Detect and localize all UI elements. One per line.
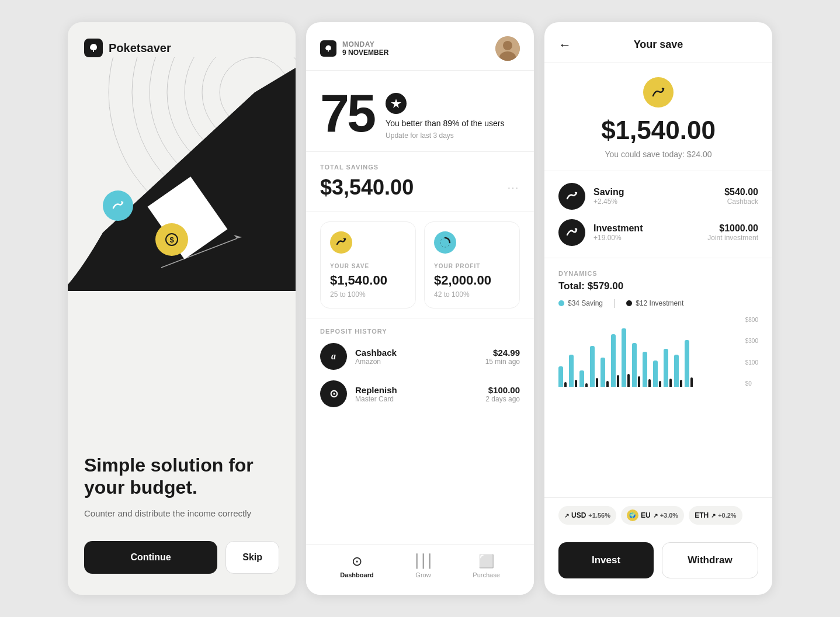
deposit-replenish-info: Replenish Master Card bbox=[355, 385, 477, 403]
chart-bar-group bbox=[674, 355, 682, 387]
bar-cyan bbox=[632, 343, 637, 387]
deposit-item-cashback: a Cashback Amazon $24.99 15 min ago bbox=[320, 343, 520, 370]
more-options-icon[interactable]: ⋯ bbox=[507, 181, 520, 195]
yellow-coin-badge: $ bbox=[155, 223, 188, 256]
saving-name: Saving bbox=[593, 187, 716, 197]
saving-legend-dot bbox=[558, 300, 564, 306]
bar-dark bbox=[585, 383, 588, 387]
onboarding-panel: Poketsaver bbox=[68, 22, 296, 595]
score-info: You better than 89% of the users Update … bbox=[386, 87, 504, 140]
dashboard-label: Dashboard bbox=[340, 571, 373, 578]
skip-button[interactable]: Skip bbox=[225, 541, 279, 574]
chart-bar-group bbox=[685, 340, 693, 387]
save-detail-panel: ← Your save $1,540.00 You could save tod… bbox=[544, 22, 772, 595]
panel1-header: Poketsaver bbox=[68, 22, 296, 57]
dynamics-section: DYNAMICS Total: $579.00 $34 Saving | $12… bbox=[544, 258, 772, 497]
nav-dashboard[interactable]: ⊙ Dashboard bbox=[340, 554, 373, 578]
bar-dark bbox=[648, 379, 651, 387]
bar-dark bbox=[659, 381, 661, 387]
nav-purchase[interactable]: ⬜ Purchase bbox=[473, 554, 499, 578]
chart-y-labels: $800 $300 $100 $0 bbox=[745, 317, 758, 387]
total-savings-section: TOTAL SAVINGS $3,540.00 ⋯ bbox=[306, 152, 534, 212]
purchase-icon: ⬜ bbox=[478, 554, 494, 569]
chart-bar-group bbox=[558, 366, 567, 387]
bar-cyan bbox=[664, 349, 668, 387]
balance-icon bbox=[643, 77, 674, 108]
usd-badge[interactable]: ↗ USD +1.56% bbox=[558, 506, 616, 525]
usd-arrow-icon: ↗ bbox=[564, 512, 569, 519]
invest-button[interactable]: Invest bbox=[558, 542, 654, 578]
save-card-label: YOUR SAVE bbox=[330, 263, 406, 269]
investment-sub: Joint investment bbox=[707, 234, 758, 242]
save-card-amount: $1,540.00 bbox=[330, 273, 406, 288]
saving-info: Saving +2.45% bbox=[593, 187, 716, 206]
save-card-sub: 25 to 100% bbox=[330, 290, 406, 299]
eth-label: ETH bbox=[695, 511, 709, 519]
bar-cyan bbox=[569, 355, 574, 387]
replenish-source: Master Card bbox=[355, 395, 477, 403]
chart-bar-group bbox=[601, 358, 609, 387]
cashback-source: Amazon bbox=[355, 358, 477, 366]
subtext: Counter and distribute the income correc… bbox=[84, 507, 279, 521]
bar-chart: $800 $300 $100 $0 bbox=[558, 317, 758, 387]
bar-cyan bbox=[579, 370, 584, 387]
usd-pct: +1.56% bbox=[588, 512, 610, 519]
replenish-amount: $100.00 2 days ago bbox=[485, 385, 520, 403]
savings-amount: $3,540.00 bbox=[320, 175, 414, 200]
eu-arrow-icon: ↗ bbox=[653, 512, 658, 519]
day-label: MONDAY bbox=[342, 40, 388, 48]
mastercard-icon: ⊙ bbox=[320, 380, 347, 407]
eth-badge[interactable]: ETH ↗ +0.2% bbox=[689, 506, 742, 525]
dynamics-label: DYNAMICS bbox=[558, 270, 758, 277]
profit-card-sub: 42 to 100% bbox=[434, 290, 510, 299]
withdraw-button[interactable]: Withdraw bbox=[662, 542, 758, 578]
amazon-icon: a bbox=[320, 343, 347, 370]
legend-separator: | bbox=[613, 298, 616, 308]
investment-pct: +19.00% bbox=[593, 234, 699, 242]
replenish-name: Replenish bbox=[355, 385, 477, 395]
bar-dark bbox=[575, 380, 577, 387]
deposit-cashback-info: Cashback Amazon bbox=[355, 348, 477, 366]
eu-label: EU bbox=[641, 511, 651, 519]
y-label-0: $0 bbox=[745, 380, 758, 387]
brand-name: Poketsaver bbox=[109, 41, 171, 55]
continue-button[interactable]: Continue bbox=[84, 541, 217, 574]
investment-info: Investment +19.00% bbox=[593, 223, 699, 242]
usd-label: USD bbox=[571, 511, 586, 519]
user-avatar[interactable] bbox=[495, 36, 520, 61]
cashback-time: 15 min ago bbox=[485, 358, 520, 366]
save-title: Your save bbox=[634, 39, 683, 51]
save-header: ← Your save bbox=[544, 22, 772, 63]
nav-grow[interactable]: ⎮⎮⎮ Grow bbox=[414, 554, 433, 578]
chart-bar-group bbox=[643, 352, 651, 387]
bar-cyan bbox=[558, 366, 563, 387]
savings-label: TOTAL SAVINGS bbox=[320, 164, 520, 171]
profit-card[interactable]: YOUR PROFIT $2,000.00 42 to 100% bbox=[424, 221, 520, 308]
cards-row: YOUR SAVE $1,540.00 25 to 100% YOUR PROF… bbox=[306, 212, 534, 318]
eu-pct: +3.0% bbox=[660, 512, 679, 519]
date-label: 9 NOVEMBER bbox=[342, 48, 388, 57]
grow-label: Grow bbox=[415, 571, 431, 578]
investment-icon bbox=[558, 219, 585, 246]
panel1-content: Simple solution for your budget. Counter… bbox=[68, 291, 296, 595]
investment-legend: $12 Investment bbox=[626, 298, 683, 308]
eu-badge[interactable]: 🌍 EU ↗ +3.0% bbox=[621, 506, 684, 525]
investment-legend-label: $12 Investment bbox=[636, 299, 683, 307]
profit-card-amount: $2,000.00 bbox=[434, 273, 510, 288]
cyan-savings-badge bbox=[103, 190, 133, 221]
saving-amount-block: $540.00 Cashback bbox=[724, 187, 758, 206]
score-number: 75 bbox=[320, 87, 374, 140]
save-card[interactable]: YOUR SAVE $1,540.00 25 to 100% bbox=[320, 221, 416, 308]
eu-avatar: 🌍 bbox=[627, 509, 638, 521]
deposit-item-replenish: ⊙ Replenish Master Card $100.00 2 days a… bbox=[320, 380, 520, 407]
investments-section: Saving +2.45% $540.00 Cashback Investmen… bbox=[544, 171, 772, 258]
dynamics-total: Total: $579.00 bbox=[558, 280, 758, 292]
score-update: Update for last 3 days bbox=[386, 131, 504, 140]
back-button[interactable]: ← bbox=[558, 37, 571, 53]
saving-legend-label: $34 Saving bbox=[568, 299, 603, 307]
svg-point-13 bbox=[503, 41, 512, 50]
balance-amount: $1,540.00 bbox=[601, 116, 716, 145]
action-row: Invest Withdraw bbox=[544, 533, 772, 595]
headline: Simple solution for your budget. bbox=[84, 454, 279, 499]
bar-dark bbox=[596, 378, 598, 387]
